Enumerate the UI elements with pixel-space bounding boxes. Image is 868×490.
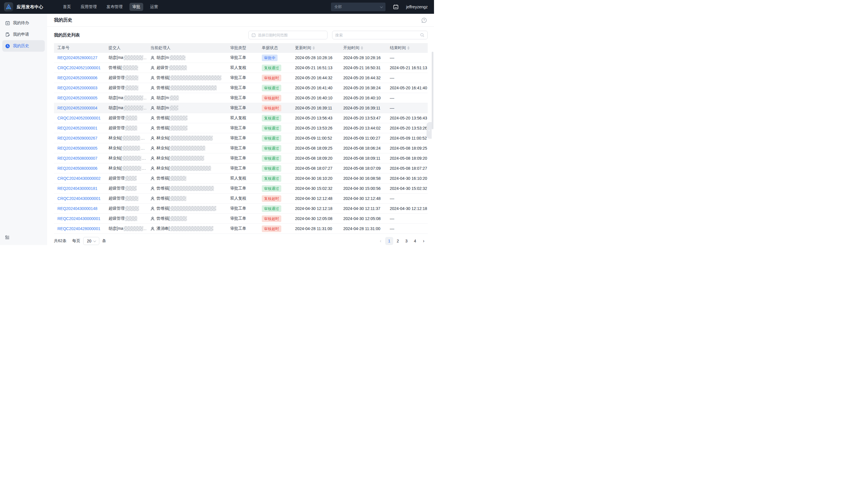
cell-handler: 胡彦[m xyxy=(147,55,227,60)
order-link[interactable]: CRQC20240520000001 xyxy=(57,116,100,120)
table-row[interactable]: REQ20240509000267 林业灿[... 林业灿[ 审批工单 审核通过… xyxy=(54,133,428,143)
table-row[interactable]: CRQC20240521000001 曾维福[ 超级管 双人复核 复核通过 20… xyxy=(54,63,428,73)
sidebar: 我的待办 我的申请 我 xyxy=(0,14,47,245)
table-row[interactable]: CRQC20240430000002 超级管理 曾维福[ 双人复核 复核通过 2… xyxy=(54,173,428,183)
vertical-scrollbar[interactable] xyxy=(432,52,433,129)
order-link[interactable]: CRQC20240521000001 xyxy=(57,65,100,70)
table-row[interactable]: REQ20240520000001 超级管理 曾维福[ 审批工单 审核通过 20… xyxy=(54,123,428,133)
order-link[interactable]: CRQC20240430000001 xyxy=(57,196,100,201)
search-input[interactable] xyxy=(335,33,420,37)
order-link[interactable]: REQ20240508000007 xyxy=(57,156,97,161)
table-row[interactable]: CRQC20240430000001 超级管理 曾维福[ 双人复核 复核超时 2… xyxy=(54,194,428,204)
page-size-select[interactable]: 20 xyxy=(83,237,99,245)
history-clock-icon xyxy=(5,44,10,49)
order-link[interactable]: CRQC20240430000002 xyxy=(57,176,100,181)
cell-end-time: 2024-04-30 12:12:18 xyxy=(386,206,428,211)
help-icon[interactable]: ? xyxy=(421,17,427,23)
username[interactable]: jeffreyzengz xyxy=(406,5,428,9)
table-row[interactable]: REQ20240520000004 胡彦[ma.. 胡彦[m 审批工单 审核超时… xyxy=(54,103,428,113)
calendar-icon[interactable] xyxy=(393,4,399,10)
status-badge: 审核通过 xyxy=(262,165,281,172)
order-link[interactable]: REQ20240520000006 xyxy=(57,76,97,80)
order-link[interactable]: REQ20240528000127 xyxy=(57,55,97,60)
cell-updated-time: 2024-05-20 13:56:43 xyxy=(291,116,340,120)
nav-item-0[interactable]: 首页 xyxy=(60,3,74,11)
cell-approval-type: 审批工单 xyxy=(227,146,258,151)
date-range-input[interactable] xyxy=(258,33,324,37)
table-row[interactable]: REQ20240508000006 林业灿[... 林业灿[ 审批工单 审核通过… xyxy=(54,164,428,173)
order-link[interactable]: REQ20240520000004 xyxy=(57,106,97,110)
page-button-3[interactable]: 3 xyxy=(402,237,410,245)
next-page-button[interactable]: › xyxy=(420,237,428,245)
nav-item-4[interactable]: 运营 xyxy=(147,3,161,11)
page-button-1[interactable]: 1 xyxy=(385,237,393,245)
cell-start-time: 2024-05-20 13:53:47 xyxy=(340,116,386,120)
cell-end-time: 2024-05-08 18:09:20 xyxy=(386,156,428,161)
order-link[interactable]: REQC20240428000001 xyxy=(57,226,100,231)
table-row[interactable]: REQ20240528000127 胡彦[ma.. 胡彦[m 审批工单 审批中 … xyxy=(54,53,428,63)
cell-start-time: 2024-04-30 12:11:37 xyxy=(340,206,386,211)
sidebar-item-label: 我的申请 xyxy=(13,32,29,37)
redacted-text xyxy=(170,146,205,151)
collapse-sidebar-icon[interactable] xyxy=(5,235,10,241)
order-link[interactable]: REQ20240520000005 xyxy=(57,96,97,100)
table-row[interactable]: CRQC20240520000001 超级管理 曾维福[ 双人复核 复核通过 2… xyxy=(54,113,428,123)
table-row[interactable]: REQ20240520000006 超级管理 曾维福[ 审批工单 审核超时 20… xyxy=(54,73,428,83)
search-box[interactable] xyxy=(332,31,428,39)
cell-handler: 曾维福[ xyxy=(147,115,227,121)
table-header-row: 工单号提交人当前处理人审批类型单据状态更新时间开始时间结束时间 xyxy=(54,43,428,53)
order-link[interactable]: REQ20240508000006 xyxy=(57,166,97,171)
cell-order-no: CRQC20240430000001 xyxy=(54,196,105,201)
date-range-picker[interactable] xyxy=(248,31,328,39)
page-button-4[interactable]: 4 xyxy=(411,237,419,245)
order-link[interactable]: REQC20240430000001 xyxy=(57,216,100,221)
handler-name: 曾维福[ xyxy=(156,85,169,90)
sidebar-item-history[interactable]: 我的历史 xyxy=(2,40,45,52)
scope-select[interactable]: 全部 xyxy=(331,3,385,11)
cell-status: 审核通过 xyxy=(258,135,291,142)
order-link[interactable]: REQ20240509000267 xyxy=(57,136,97,140)
table-row[interactable]: REQ20240430000148 超级管理 曾维福[ 审批工单 审核通过 20… xyxy=(54,204,428,214)
side-drawer-handle[interactable]: ‹ xyxy=(427,122,432,139)
ellipsis: .. xyxy=(144,106,147,110)
column-header-2: 当前处理人 xyxy=(147,46,227,51)
order-link[interactable]: REQ20240430000148 xyxy=(57,206,97,211)
table-row[interactable]: REQC20240430000001 超级管理 曾维福[ 审批工单 审核超时 2… xyxy=(54,214,428,224)
table-row[interactable]: REQ20240520000005 胡彦[ma.. 胡彦[m 审批工单 审核超时… xyxy=(54,93,428,103)
page-button-2[interactable]: 2 xyxy=(394,237,402,245)
table-row[interactable]: REQ20240520000003 超级管理 曾维福[ 审批工单 审核通过 20… xyxy=(54,83,428,93)
order-link[interactable]: REQ20240508000005 xyxy=(57,146,97,150)
nav-item-2[interactable]: 发布管理 xyxy=(104,3,125,11)
nav-item-1[interactable]: 应用管理 xyxy=(78,3,100,11)
order-link[interactable]: REQ20240520000001 xyxy=(57,126,97,131)
handler-name: 曾维福[ xyxy=(156,196,169,201)
table-row[interactable]: REQ20240430000181 超级管理 曾维福[ 审批工单 审核通过 20… xyxy=(54,183,428,194)
table-row[interactable]: REQC20240428000001 胡彦[ma.. 潘清峰[ 审批工单 审核超… xyxy=(54,224,428,234)
cell-handler: 曾维福[ xyxy=(147,85,227,90)
status-badge: 审核通过 xyxy=(262,185,281,192)
sort-icon[interactable] xyxy=(407,46,410,50)
cell-status: 审核通过 xyxy=(258,125,291,132)
table-row[interactable]: REQ20240508000007 林业灿[... 林业灿[ 审批工单 审核通过… xyxy=(54,153,428,164)
search-icon[interactable] xyxy=(420,33,425,37)
table-row[interactable]: REQ20240508000005 林业灿[... 林业灿[ 审批工单 审核通过… xyxy=(54,143,428,153)
sort-icon[interactable] xyxy=(313,46,315,50)
sidebar-item-applications[interactable]: 我的申请 xyxy=(2,29,45,40)
nav-item-3[interactable]: 审批 xyxy=(129,3,143,11)
history-panel: 我的历史列表 xyxy=(47,27,434,245)
sidebar-item-todo[interactable]: 我的待办 xyxy=(2,17,45,29)
cell-approval-type: 审批工单 xyxy=(227,125,258,131)
app-window: 应用发布中心 首页应用管理发布管理审批运营 全部 jeffreyzengz xyxy=(0,0,434,245)
cell-updated-time: 2024-05-09 11:00:52 xyxy=(291,136,340,140)
order-link[interactable]: REQ20240520000003 xyxy=(57,86,97,90)
order-link[interactable]: REQ20240430000181 xyxy=(57,186,97,191)
handler-name: 林业灿[ xyxy=(156,156,169,161)
cell-updated-time: 2024-05-28 10:28:16 xyxy=(291,55,340,60)
cell-submitter: 胡彦[ma.. xyxy=(105,95,147,100)
sort-icon[interactable] xyxy=(361,46,363,50)
prev-page-button[interactable]: ‹ xyxy=(377,237,384,245)
column-header-4: 单据状态 xyxy=(258,46,291,51)
redacted-text xyxy=(125,196,138,201)
redacted-text xyxy=(169,95,179,100)
cell-handler: 曾维福[ xyxy=(147,176,227,181)
